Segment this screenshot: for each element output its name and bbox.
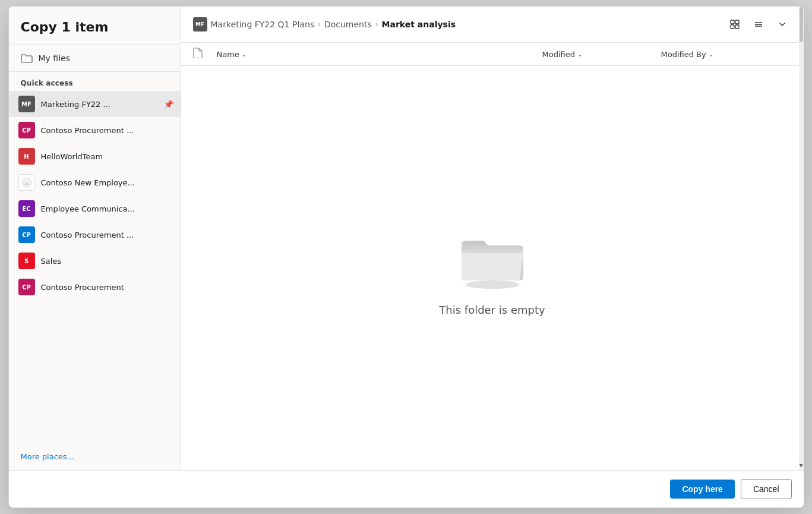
- site-avatar-contoso-procurement-1: CP: [18, 122, 35, 138]
- svg-text:☕: ☕: [24, 181, 28, 186]
- name-header-label: Name: [217, 50, 239, 59]
- site-avatar-contoso-procurement-3: CP: [18, 279, 35, 295]
- sidebar-item-employee-communica[interactable]: EC Employee Communica...: [9, 195, 181, 222]
- sidebar-item-label-employee-communica: Employee Communica...: [41, 204, 173, 213]
- col-name-header[interactable]: Name ⌄: [217, 50, 542, 59]
- sidebar-item-label-helloworldteam: HelloWorldTeam: [41, 152, 173, 161]
- empty-folder-icon: [451, 220, 534, 292]
- site-avatar-contoso-procurement-2: CP: [18, 226, 35, 243]
- right-header: MF Marketing FY22 Q1 Plans›Documents›Mar…: [181, 7, 804, 43]
- expand-button[interactable]: [773, 15, 792, 34]
- sidebar-item-label-contoso-procurement-1: Contoso Procurement ...: [41, 126, 173, 135]
- my-files-row[interactable]: My files: [9, 45, 181, 71]
- modified-sort-arrow: ⌄: [577, 51, 582, 58]
- dialog-body: Copy 1 item My files Quick access MF Mar…: [9, 7, 804, 470]
- sidebar-item-helloworldteam[interactable]: H HelloWorldTeam: [9, 143, 181, 169]
- svg-point-9: [466, 280, 519, 289]
- copy-here-button[interactable]: Copy here: [670, 480, 734, 499]
- sidebar-item-label-contoso-new-employee: Contoso New Employe...: [41, 178, 173, 187]
- my-files-label: My files: [39, 53, 70, 63]
- dialog-overlay: Copy 1 item My files Quick access MF Mar…: [0, 0, 812, 514]
- chevron-down-icon: [778, 20, 786, 29]
- right-scrollbar[interactable]: ▲ ▼: [799, 7, 804, 470]
- site-avatar-employee-communica: EC: [18, 200, 35, 217]
- pin-icon: 📌: [164, 100, 173, 109]
- name-sort-arrow: ⌄: [242, 51, 247, 58]
- copy-dialog: Copy 1 item My files Quick access MF Mar…: [8, 6, 804, 508]
- view-toggle-button[interactable]: [725, 15, 744, 34]
- sidebar-item-contoso-procurement-3[interactable]: CP Contoso Procurement: [9, 274, 181, 300]
- site-avatar-marketing-fy22: MF: [18, 96, 35, 112]
- empty-state-text: This folder is empty: [439, 304, 545, 316]
- scrollbar-down-arrow[interactable]: ▼: [799, 461, 804, 470]
- sidebar-item-contoso-new-employee[interactable]: ☕ Contoso New Employe...: [9, 169, 181, 195]
- col-icon: [193, 48, 217, 61]
- svg-rect-5: [735, 25, 739, 29]
- sidebar-item-label-marketing-fy22: Marketing FY22 ...: [41, 100, 158, 109]
- cancel-button[interactable]: Cancel: [741, 479, 792, 499]
- breadcrumb-item-documents[interactable]: Documents: [324, 20, 372, 29]
- sidebar-item-marketing-fy22[interactable]: MF Marketing FY22 ... 📌: [9, 91, 181, 117]
- breadcrumb-separator-2: ›: [375, 20, 378, 29]
- sidebar-item-contoso-procurement-1[interactable]: CP Contoso Procurement ...: [9, 117, 181, 143]
- site-avatar-sales: S: [18, 253, 35, 269]
- svg-rect-3: [735, 20, 739, 24]
- table-header: Name ⌄ Modified ⌄ Modified By ⌄: [181, 43, 804, 66]
- col-modified-header[interactable]: Modified ⌄: [542, 50, 661, 59]
- empty-state: This folder is empty: [181, 66, 804, 470]
- sidebar-item-label-sales: Sales: [41, 257, 173, 266]
- file-type-icon: [193, 48, 203, 58]
- sidebar-item-label-contoso-procurement-2: Contoso Procurement ...: [41, 231, 173, 239]
- left-panel: Copy 1 item My files Quick access MF Mar…: [9, 7, 181, 470]
- menu-button[interactable]: [749, 15, 768, 34]
- breadcrumb-separator-1: ›: [318, 20, 321, 29]
- menu-icon: [754, 20, 763, 29]
- sidebar-item-contoso-procurement-2[interactable]: CP Contoso Procurement ...: [9, 222, 181, 248]
- sidebar-item-label-contoso-procurement-3: Contoso Procurement: [41, 283, 173, 292]
- modified-header-label: Modified: [542, 50, 575, 59]
- site-avatar-helloworldteam: H: [18, 148, 35, 165]
- svg-rect-4: [731, 25, 734, 29]
- more-places-section: More places...: [9, 444, 181, 470]
- left-header: Copy 1 item: [9, 7, 181, 45]
- breadcrumb-item-marketing[interactable]: Marketing FY22 Q1 Plans: [211, 20, 315, 29]
- site-avatar-contoso-new-employee: ☕: [18, 174, 35, 191]
- dialog-footer: Copy here Cancel: [9, 470, 804, 507]
- modified-by-header-label: Modified By: [661, 50, 706, 59]
- sidebar-item-sales[interactable]: S Sales: [9, 248, 181, 274]
- modified-by-sort-arrow: ⌄: [709, 51, 713, 58]
- header-actions: [725, 15, 792, 42]
- col-modified-by-header[interactable]: Modified By ⌄: [661, 50, 792, 59]
- right-panel: MF Marketing FY22 Q1 Plans›Documents›Mar…: [181, 7, 804, 470]
- dialog-title: Copy 1 item: [21, 20, 169, 35]
- breadcrumb: MF Marketing FY22 Q1 Plans›Documents›Mar…: [193, 17, 456, 40]
- scrollbar-thumb[interactable]: [800, 7, 803, 42]
- folder-icon: [21, 53, 33, 63]
- more-places-link[interactable]: More places...: [21, 452, 75, 461]
- quick-access-label: Quick access: [9, 72, 181, 91]
- svg-rect-2: [731, 20, 734, 24]
- breadcrumb-avatar: MF: [193, 17, 207, 31]
- nav-list: MF Marketing FY22 ... 📌 CP Contoso Procu…: [9, 91, 181, 444]
- breadcrumb-item-market-analysis: Market analysis: [382, 20, 456, 29]
- view-icon: [730, 20, 740, 29]
